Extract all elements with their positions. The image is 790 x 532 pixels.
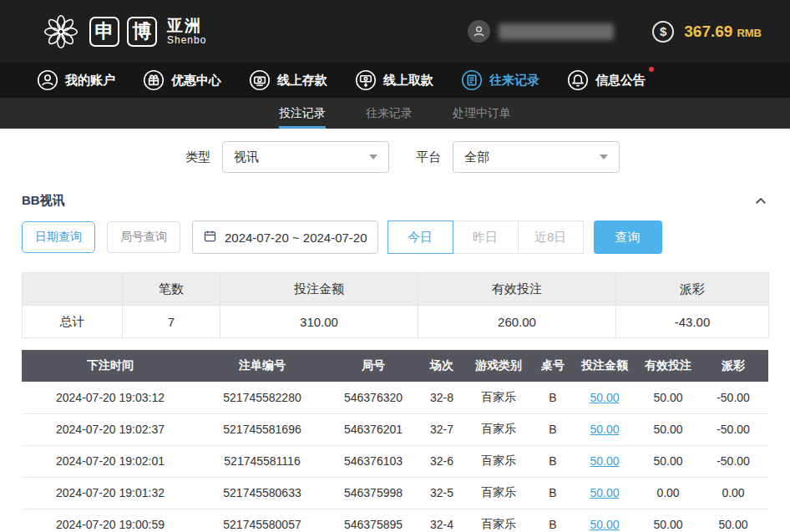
date-query-button[interactable]: 日期查询 — [22, 221, 95, 253]
chevron-up-icon[interactable] — [753, 194, 768, 209]
type-select[interactable]: 视讯 — [222, 141, 389, 173]
calendar-icon — [203, 229, 217, 246]
round-number: 546375998 — [326, 477, 421, 509]
tab-processing-orders[interactable]: 处理中订单 — [453, 98, 511, 129]
bet-time: 2024-07-20 19:02:37 — [22, 413, 199, 445]
nav-item-label: 线上存款 — [277, 73, 327, 89]
brand-text: 亚洲 Shenbo — [167, 17, 206, 47]
table-number: B — [534, 445, 571, 477]
nav-item-withdraw[interactable]: 线上取款 — [355, 69, 433, 91]
user-icon — [37, 69, 58, 91]
nav-item-my-account[interactable]: 我的账户 — [37, 69, 115, 91]
round-number: 546375895 — [326, 509, 421, 532]
nav-item-announcements[interactable]: 信息公告 — [567, 69, 646, 91]
account-area: $ 367.69RMB — [468, 20, 762, 43]
summary-header-valid: 有效投注 — [418, 273, 616, 306]
notification-badge — [649, 67, 654, 72]
summary-count: 7 — [123, 306, 220, 338]
brand-char-2: 博 — [127, 17, 157, 47]
order-number: 521745580633 — [199, 477, 326, 509]
order-number: 521745581116 — [199, 445, 326, 477]
nav-item-label: 我的账户 — [65, 73, 115, 89]
quick-range-group: 今日 昨日 近8日 — [388, 220, 584, 254]
date-range-input[interactable]: 2024-07-20 ~ 2024-07-20 — [192, 220, 378, 254]
payout: 50.00 — [698, 509, 768, 532]
chevron-down-icon — [369, 155, 377, 160]
balance-currency: RMB — [737, 27, 762, 39]
brand-logo: 申 博 亚洲 Shenbo — [40, 11, 206, 53]
col-table-number: 桌号 — [534, 350, 571, 382]
col-bet-amount: 投注金额 — [571, 350, 638, 382]
platform-select[interactable]: 全部 — [453, 141, 620, 173]
session: 32-6 — [421, 445, 463, 477]
table-row: 2024-07-20 19:02:01 521745581116 5463761… — [22, 445, 768, 477]
date-range-value: 2024-07-20 ~ 2024-07-20 — [225, 231, 367, 245]
summary-header-row: 笔数 投注金额 有效投注 派彩 — [23, 273, 769, 306]
table-row: 2024-07-20 19:02:37 521745581696 5463762… — [22, 413, 768, 445]
bet-time: 2024-07-20 19:03:12 — [22, 382, 199, 413]
round-query-button[interactable]: 局号查询 — [107, 221, 180, 253]
valid-bet: 50.00 — [638, 413, 698, 445]
bet-amount-link[interactable]: 50.00 — [590, 518, 619, 531]
payout: -50.00 — [698, 382, 768, 413]
session: 32-4 — [421, 509, 463, 532]
bet-amount-link[interactable]: 50.00 — [590, 486, 619, 499]
col-game-type: 游戏类别 — [463, 350, 534, 382]
records-icon — [461, 69, 483, 91]
order-number: 521745580057 — [199, 509, 326, 532]
nav-item-label: 信息公告 — [595, 73, 646, 89]
tab-transaction-records[interactable]: 往来记录 — [366, 98, 413, 129]
col-round-number: 局号 — [326, 350, 421, 382]
summary-header-count: 笔数 — [123, 273, 220, 306]
yesterday-button[interactable]: 昨日 — [453, 220, 519, 254]
valid-bet: 50.00 — [638, 382, 698, 413]
tab-bet-records[interactable]: 投注记录 — [279, 98, 326, 129]
payout: 0.00 — [698, 477, 768, 509]
deposit-icon — [249, 69, 271, 91]
session: 32-7 — [421, 413, 463, 445]
game-type: 百家乐 — [463, 382, 534, 413]
brand-en: Shenbo — [167, 35, 206, 47]
user-avatar-icon[interactable] — [468, 20, 490, 43]
brand-suffix: 亚洲 — [167, 17, 206, 35]
bet-amount-link[interactable]: 50.00 — [590, 454, 619, 468]
main-nav: 我的账户 优惠中心 线上存款 线上取款 往来记录 — [0, 63, 790, 98]
nav-item-records[interactable]: 往来记录 — [461, 69, 539, 91]
round-number: 546376201 — [326, 413, 421, 445]
nav-item-label: 优惠中心 — [171, 73, 221, 89]
platform-select-value: 全部 — [464, 149, 489, 165]
col-order-number: 注单编号 — [199, 350, 326, 382]
summary-header-bet: 投注金额 — [220, 273, 418, 306]
session: 32-8 — [421, 382, 463, 413]
search-button[interactable]: 查询 — [594, 220, 662, 254]
bet-amount-link[interactable]: 50.00 — [590, 391, 619, 404]
sub-nav: 投注记录 往来记录 处理中订单 — [0, 98, 790, 129]
withdraw-icon — [355, 69, 377, 91]
section-title: BB视讯 — [22, 193, 65, 209]
col-bet-time: 下注时间 — [22, 350, 199, 382]
bet-time: 2024-07-20 19:02:01 — [22, 445, 199, 477]
table-header-row: 下注时间 注单编号 局号 场次 游戏类别 桌号 投注金额 有效投注 派彩 — [22, 350, 768, 382]
bet-amount-link[interactable]: 50.00 — [590, 423, 619, 436]
nav-item-label: 往来记录 — [489, 73, 539, 89]
summary-bet: 310.00 — [220, 306, 418, 338]
order-number: 521745581696 — [199, 413, 326, 445]
top-header: 申 博 亚洲 Shenbo $ 367.69RMB — [0, 0, 790, 63]
last-8-days-button[interactable]: 近8日 — [518, 220, 584, 254]
order-number: 521745582280 — [199, 382, 326, 413]
table-number: B — [534, 382, 571, 413]
brand-char-1: 申 — [89, 17, 119, 47]
game-type: 百家乐 — [463, 509, 534, 532]
table-number: B — [534, 413, 571, 445]
bet-time: 2024-07-20 19:01:32 — [22, 477, 199, 509]
type-filter-label: 类型 — [185, 149, 210, 165]
bet-records-table: 下注时间 注单编号 局号 场次 游戏类别 桌号 投注金额 有效投注 派彩 202… — [22, 350, 768, 532]
nav-item-deposit[interactable]: 线上存款 — [249, 69, 327, 91]
summary-header-payout: 派彩 — [616, 273, 769, 306]
filter-row: 类型 视讯 平台 全部 — [0, 129, 790, 186]
bet-time: 2024-07-20 19:00:59 — [22, 509, 199, 532]
nav-item-promotions[interactable]: 优惠中心 — [143, 69, 221, 91]
username-redacted — [499, 23, 614, 40]
today-button[interactable]: 今日 — [387, 220, 453, 254]
game-type: 百家乐 — [463, 477, 534, 509]
